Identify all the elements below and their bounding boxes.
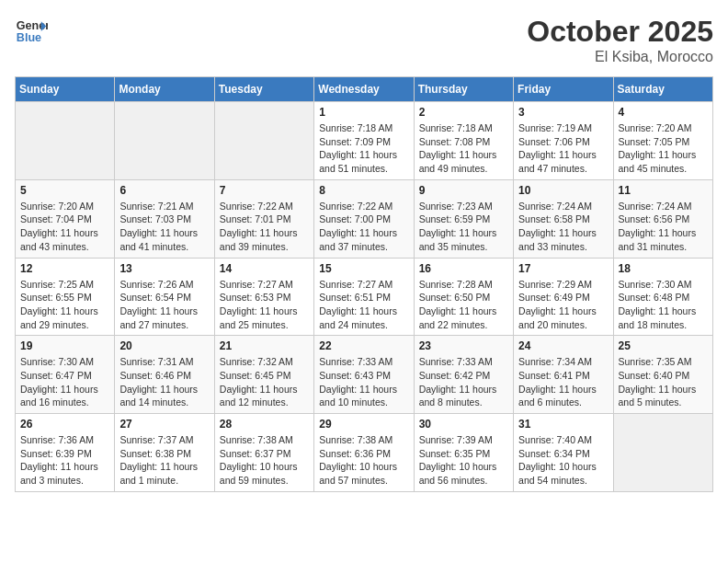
day-info: Sunrise: 7:34 AMSunset: 6:41 PMDaylight:… (518, 355, 608, 409)
weekday-header-cell: Sunday (16, 77, 115, 102)
day-number: 1 (319, 106, 408, 119)
day-number: 26 (20, 418, 109, 431)
calendar-cell: 5Sunrise: 7:20 AMSunset: 7:04 PMDaylight… (16, 179, 115, 258)
day-info: Sunrise: 7:20 AMSunset: 7:05 PMDaylight:… (619, 121, 708, 176)
day-number: 3 (518, 106, 608, 119)
calendar-cell: 3Sunrise: 7:19 AMSunset: 7:06 PMDaylight… (514, 102, 613, 180)
day-number: 27 (119, 418, 209, 431)
weekday-header-cell: Wednesday (314, 77, 414, 102)
day-info: Sunrise: 7:30 AMSunset: 6:48 PMDaylight:… (619, 278, 708, 332)
calendar-week-row: 26Sunrise: 7:36 AMSunset: 6:39 PMDayligh… (16, 414, 713, 492)
calendar-cell: 29Sunrise: 7:38 AMSunset: 6:36 PMDayligh… (314, 414, 414, 492)
calendar-cell: 12Sunrise: 7:25 AMSunset: 6:55 PMDayligh… (16, 258, 115, 336)
calendar-cell: 9Sunrise: 7:23 AMSunset: 6:59 PMDaylight… (414, 179, 513, 258)
day-number: 18 (619, 262, 708, 275)
day-info: Sunrise: 7:22 AMSunset: 7:01 PMDaylight:… (220, 200, 309, 254)
day-number: 17 (518, 262, 608, 275)
calendar-cell: 1Sunrise: 7:18 AMSunset: 7:09 PMDaylight… (314, 102, 414, 180)
calendar-cell: 18Sunrise: 7:30 AMSunset: 6:48 PMDayligh… (613, 258, 712, 336)
weekday-header-cell: Tuesday (214, 77, 313, 102)
day-info: Sunrise: 7:31 AMSunset: 6:46 PMDaylight:… (119, 355, 209, 409)
day-number: 7 (220, 184, 309, 197)
calendar-cell: 10Sunrise: 7:24 AMSunset: 6:58 PMDayligh… (514, 179, 613, 258)
calendar-cell: 28Sunrise: 7:38 AMSunset: 6:37 PMDayligh… (214, 414, 313, 492)
calendar-week-row: 5Sunrise: 7:20 AMSunset: 7:04 PMDaylight… (16, 179, 713, 258)
day-info: Sunrise: 7:36 AMSunset: 6:39 PMDaylight:… (20, 433, 109, 488)
calendar-cell: 6Sunrise: 7:21 AMSunset: 7:03 PMDaylight… (115, 179, 214, 258)
calendar-cell: 14Sunrise: 7:27 AMSunset: 6:53 PMDayligh… (214, 258, 313, 336)
weekday-header-row: SundayMondayTuesdayWednesdayThursdayFrid… (16, 77, 713, 102)
weekday-header-cell: Thursday (414, 77, 513, 102)
weekday-header-cell: Saturday (613, 77, 712, 102)
logo-icon: General Blue (15, 15, 48, 48)
day-number: 20 (119, 339, 209, 352)
calendar-cell: 15Sunrise: 7:27 AMSunset: 6:51 PMDayligh… (314, 258, 414, 336)
day-info: Sunrise: 7:18 AMSunset: 7:09 PMDaylight:… (319, 121, 408, 176)
day-info: Sunrise: 7:19 AMSunset: 7:06 PMDaylight:… (518, 121, 608, 176)
day-info: Sunrise: 7:37 AMSunset: 6:38 PMDaylight:… (119, 433, 209, 488)
day-number: 4 (619, 106, 708, 119)
day-info: Sunrise: 7:27 AMSunset: 6:51 PMDaylight:… (319, 278, 408, 332)
day-info: Sunrise: 7:27 AMSunset: 6:53 PMDaylight:… (220, 278, 309, 332)
title-block: October 2025 El Ksiba, Morocco (527, 15, 713, 65)
day-number: 6 (119, 184, 209, 197)
day-number: 29 (319, 418, 408, 431)
day-number: 15 (319, 262, 408, 275)
day-info: Sunrise: 7:25 AMSunset: 6:55 PMDaylight:… (20, 278, 109, 332)
weekday-header-cell: Monday (115, 77, 214, 102)
day-number: 30 (419, 418, 508, 431)
calendar-cell (16, 102, 115, 180)
calendar-cell: 4Sunrise: 7:20 AMSunset: 7:05 PMDaylight… (613, 102, 712, 180)
day-number: 2 (419, 106, 508, 119)
month-title: October 2025 (527, 15, 713, 49)
day-number: 16 (419, 262, 508, 275)
day-number: 5 (20, 184, 109, 197)
day-info: Sunrise: 7:40 AMSunset: 6:34 PMDaylight:… (518, 433, 608, 488)
svg-text:Blue: Blue (17, 31, 41, 44)
day-info: Sunrise: 7:24 AMSunset: 6:56 PMDaylight:… (619, 200, 708, 254)
calendar-cell (214, 102, 313, 180)
day-info: Sunrise: 7:32 AMSunset: 6:45 PMDaylight:… (220, 355, 309, 409)
calendar-week-row: 19Sunrise: 7:30 AMSunset: 6:47 PMDayligh… (16, 336, 713, 414)
day-info: Sunrise: 7:18 AMSunset: 7:08 PMDaylight:… (419, 121, 508, 176)
calendar-table: SundayMondayTuesdayWednesdayThursdayFrid… (15, 76, 713, 492)
day-number: 10 (518, 184, 608, 197)
day-info: Sunrise: 7:23 AMSunset: 6:59 PMDaylight:… (419, 200, 508, 254)
calendar-cell: 19Sunrise: 7:30 AMSunset: 6:47 PMDayligh… (16, 336, 115, 414)
day-number: 8 (319, 184, 408, 197)
calendar-cell: 30Sunrise: 7:39 AMSunset: 6:35 PMDayligh… (414, 414, 513, 492)
day-info: Sunrise: 7:39 AMSunset: 6:35 PMDaylight:… (419, 433, 508, 488)
logo: General Blue (15, 15, 48, 48)
location-subtitle: El Ksiba, Morocco (527, 49, 713, 65)
calendar-cell: 8Sunrise: 7:22 AMSunset: 7:00 PMDaylight… (314, 179, 414, 258)
calendar-cell: 22Sunrise: 7:33 AMSunset: 6:43 PMDayligh… (314, 336, 414, 414)
calendar-cell: 24Sunrise: 7:34 AMSunset: 6:41 PMDayligh… (514, 336, 613, 414)
calendar-cell: 23Sunrise: 7:33 AMSunset: 6:42 PMDayligh… (414, 336, 513, 414)
weekday-header-cell: Friday (514, 77, 613, 102)
day-info: Sunrise: 7:38 AMSunset: 6:36 PMDaylight:… (319, 433, 408, 488)
page-header: General Blue October 2025 El Ksiba, Moro… (15, 15, 713, 65)
day-number: 19 (20, 339, 109, 352)
day-info: Sunrise: 7:33 AMSunset: 6:42 PMDaylight:… (419, 355, 508, 409)
day-number: 28 (220, 418, 309, 431)
calendar-cell (613, 414, 712, 492)
calendar-week-row: 1Sunrise: 7:18 AMSunset: 7:09 PMDaylight… (16, 102, 713, 180)
day-number: 13 (119, 262, 209, 275)
calendar-body: 1Sunrise: 7:18 AMSunset: 7:09 PMDaylight… (16, 102, 713, 492)
day-info: Sunrise: 7:38 AMSunset: 6:37 PMDaylight:… (220, 433, 309, 488)
calendar-cell: 31Sunrise: 7:40 AMSunset: 6:34 PMDayligh… (514, 414, 613, 492)
day-number: 23 (419, 339, 508, 352)
day-info: Sunrise: 7:28 AMSunset: 6:50 PMDaylight:… (419, 278, 508, 332)
calendar-cell: 2Sunrise: 7:18 AMSunset: 7:08 PMDaylight… (414, 102, 513, 180)
calendar-cell: 16Sunrise: 7:28 AMSunset: 6:50 PMDayligh… (414, 258, 513, 336)
calendar-cell: 27Sunrise: 7:37 AMSunset: 6:38 PMDayligh… (115, 414, 214, 492)
calendar-cell: 7Sunrise: 7:22 AMSunset: 7:01 PMDaylight… (214, 179, 313, 258)
day-info: Sunrise: 7:26 AMSunset: 6:54 PMDaylight:… (119, 278, 209, 332)
calendar-cell: 26Sunrise: 7:36 AMSunset: 6:39 PMDayligh… (16, 414, 115, 492)
day-number: 9 (419, 184, 508, 197)
calendar-cell: 13Sunrise: 7:26 AMSunset: 6:54 PMDayligh… (115, 258, 214, 336)
day-number: 21 (220, 339, 309, 352)
day-info: Sunrise: 7:24 AMSunset: 6:58 PMDaylight:… (518, 200, 608, 254)
day-info: Sunrise: 7:21 AMSunset: 7:03 PMDaylight:… (119, 200, 209, 254)
calendar-cell: 20Sunrise: 7:31 AMSunset: 6:46 PMDayligh… (115, 336, 214, 414)
